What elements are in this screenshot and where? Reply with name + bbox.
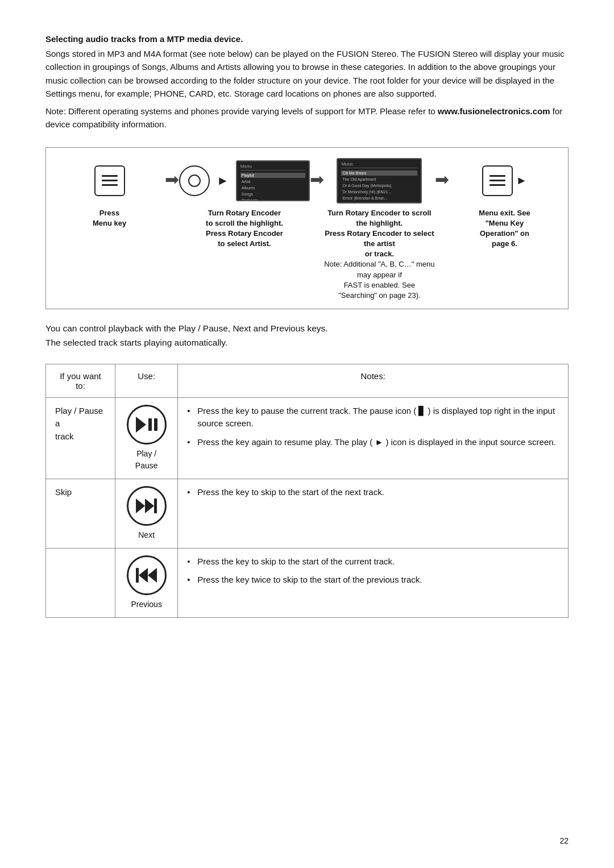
skip-notes-list: Press the key to skip to the start of th… bbox=[187, 486, 559, 499]
note-text: Note: Different operating systems and ph… bbox=[45, 106, 438, 116]
menu-exit-line-3 bbox=[489, 184, 505, 186]
pause-bar-1 bbox=[148, 418, 152, 431]
prev-tri-2 bbox=[148, 568, 157, 583]
table-header: If you want to: Use: Notes: bbox=[46, 364, 569, 397]
play-pause-label: Play / Pause bbox=[125, 448, 168, 472]
icon-cell-previous: Previous bbox=[115, 548, 177, 617]
arrow-icon-1: ➡ bbox=[165, 169, 179, 189]
screen1-item-2: Artist bbox=[240, 179, 305, 184]
action-skip: Skip bbox=[46, 479, 115, 548]
notes-play-pause: Press the key to pause the current track… bbox=[178, 397, 569, 479]
action-previous bbox=[46, 548, 115, 617]
table-row-previous: Previous Press the key to skip to the st… bbox=[46, 548, 569, 617]
icon-cell-play-pause: Play / Pause bbox=[115, 397, 177, 479]
header-notes: Notes: bbox=[178, 364, 569, 397]
notes-skip: Press the key to skip to the start of th… bbox=[178, 479, 569, 548]
menu-exit-line-1 bbox=[489, 175, 505, 177]
step2-visual: ► Menu Playlist Artist Albums Songs Podc… bbox=[179, 158, 310, 203]
step4-caption-bold: Menu exit. See"Menu KeyOperation" onpage… bbox=[479, 209, 530, 248]
step2-arrow: ► bbox=[217, 173, 229, 188]
step4-icons: ► bbox=[482, 165, 528, 196]
step2-caption-bold: Turn Rotary Encoderto scroll the highlig… bbox=[206, 209, 283, 248]
arrow-3: ➡ bbox=[435, 158, 449, 189]
pause-bar-2 bbox=[154, 418, 157, 431]
screen1-item-3: Albums bbox=[240, 185, 305, 190]
pause-bars bbox=[148, 418, 157, 431]
skip-note-1: Press the key to skip to the start of th… bbox=[187, 486, 559, 499]
screen1-item-4: Songs bbox=[240, 192, 305, 197]
section-title: Selecting audio tracks from a MTP media … bbox=[45, 34, 569, 44]
prev-tri-1 bbox=[139, 568, 148, 583]
step3-caption-bold: Turn Rotary Encoder to scroll the highli… bbox=[325, 209, 434, 259]
play-pause-note-1: Press the key to pause the current track… bbox=[187, 405, 559, 430]
screen2-item-1: Cill Me Breen bbox=[341, 171, 417, 176]
screen1-title: Menu bbox=[240, 164, 305, 171]
table-row-skip: Skip Next Press the key to skip to the s… bbox=[46, 479, 569, 548]
step4-caption: Menu exit. See"Menu KeyOperation" onpage… bbox=[479, 208, 530, 250]
play-pause-note-2: Press the key again to resume play. The … bbox=[187, 436, 559, 449]
control-table: If you want to: Use: Notes: Play / Pause… bbox=[45, 364, 569, 618]
screen1-item-1: Playlist bbox=[240, 173, 305, 178]
diagram-step-3: Music Cill Me Breen The Old Apartment Or… bbox=[324, 158, 435, 301]
step3-visual: Music Cill Me Breen The Old Apartment Or… bbox=[324, 158, 435, 203]
screen2-item-3: Or A Good Day (Metropolis) bbox=[341, 183, 417, 188]
playback-line2: The selected track starts playing automa… bbox=[45, 338, 227, 347]
next-tri-2 bbox=[145, 499, 154, 513]
step2-caption: Turn Rotary Encoderto scroll the highlig… bbox=[206, 208, 283, 250]
screen2-item-2: The Old Apartment bbox=[341, 177, 417, 182]
diagram-box: PressMenu key ➡ ► Menu Playlist Artist A… bbox=[45, 147, 569, 310]
step1-visual bbox=[54, 158, 165, 203]
next-tri-1 bbox=[136, 499, 145, 513]
previous-note-1: Press the key to skip to the start of th… bbox=[187, 555, 559, 568]
play-pause-notes-list: Press the key to pause the current track… bbox=[187, 405, 559, 449]
step1-caption: PressMenu key bbox=[93, 208, 126, 229]
table-row-play-pause: Play / Pause atrack Play / Pause bbox=[46, 397, 569, 479]
arrow-icon-2: ➡ bbox=[310, 169, 324, 189]
step4-play-arrow: ► bbox=[516, 174, 528, 187]
screen-mockup-1: Menu Playlist Artist Albums Songs Podcas… bbox=[236, 160, 310, 201]
notes-previous: Press the key to skip to the start of th… bbox=[178, 548, 569, 617]
menu-line-3 bbox=[102, 184, 118, 186]
rotary-inner bbox=[188, 175, 201, 187]
page-number: 22 bbox=[559, 836, 569, 845]
menu-exit-lines bbox=[489, 175, 505, 186]
diagram-step-1: PressMenu key bbox=[54, 158, 165, 229]
menu-lines bbox=[102, 175, 118, 186]
page-content: Selecting audio tracks from a MTP media … bbox=[45, 34, 569, 618]
step3-note: Note: Additional "A, B, C…" menu may app… bbox=[324, 260, 434, 300]
prev-key-icon bbox=[127, 555, 167, 595]
playback-text: You can control playback with the Play /… bbox=[45, 322, 569, 350]
screen1-item-5: Podcasts bbox=[240, 198, 305, 201]
action-play-pause: Play / Pause atrack bbox=[46, 397, 115, 479]
play-pause-icon bbox=[136, 417, 157, 433]
menu-exit-line-2 bbox=[489, 180, 505, 181]
previous-notes-list: Press the key to skip to the start of th… bbox=[187, 555, 559, 587]
play-pause-key-icon bbox=[127, 405, 167, 445]
menu-line-1 bbox=[102, 175, 118, 177]
step3-caption: Turn Rotary Encoder to scroll the highli… bbox=[324, 208, 435, 301]
header-use: Use: bbox=[115, 364, 177, 397]
step4-visual: ► bbox=[449, 158, 560, 203]
screen2-item-5: Emcir (Brendan & Brian... bbox=[341, 196, 417, 201]
previous-label: Previous bbox=[125, 599, 168, 610]
diagram-step-4: ► Menu exit. See"Menu KeyOperation" onpa… bbox=[449, 158, 560, 250]
next-label: Next bbox=[125, 529, 168, 541]
arrow-1: ➡ bbox=[165, 158, 179, 189]
next-icon bbox=[136, 499, 157, 513]
menu-key-icon bbox=[94, 165, 125, 196]
header-action: If you want to: bbox=[46, 364, 115, 397]
menu-line-2 bbox=[102, 180, 118, 181]
menu-exit-icon bbox=[482, 165, 513, 196]
table-body: Play / Pause atrack Play / Pause bbox=[46, 397, 569, 617]
arrow-icon-3: ➡ bbox=[435, 169, 449, 189]
body-text-2: Note: Different operating systems and ph… bbox=[45, 105, 569, 131]
body-text-1: Songs stored in MP3 and M4A format (see … bbox=[45, 47, 569, 100]
playback-line1: You can control playback with the Play /… bbox=[45, 323, 328, 333]
table-header-row: If you want to: Use: Notes: bbox=[46, 364, 569, 397]
previous-note-2: Press the key twice to skip to the start… bbox=[187, 574, 559, 587]
diagram-step-2: ► Menu Playlist Artist Albums Songs Podc… bbox=[179, 158, 310, 250]
screen2-item-4: Dr Melancholy (Hi) (BN21... bbox=[341, 189, 417, 194]
icon-cell-next: Next bbox=[115, 479, 177, 548]
screen-mockup-2: Music Cill Me Breen The Old Apartment Or… bbox=[337, 158, 422, 203]
arrow-2: ➡ bbox=[310, 158, 324, 189]
